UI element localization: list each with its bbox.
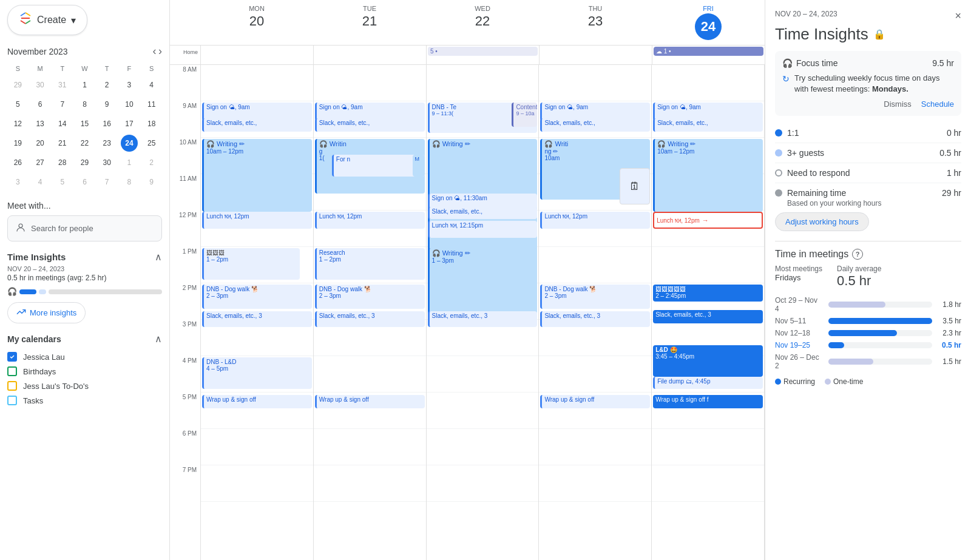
mini-day-27[interactable]: 27 — [32, 154, 49, 171]
more-insights-button[interactable]: More insights — [7, 302, 86, 323]
mini-day-25[interactable]: 25 — [143, 135, 160, 152]
event-wed-writing-1pm[interactable]: 🎧 Writing ✏ 1 – 3pm — [428, 248, 538, 321]
event-mon-dogwalk[interactable]: DNB - Dog walk 🐕 2 – 3pm — [202, 285, 312, 309]
meeting-hrs-respond: 1 hr — [947, 168, 961, 178]
mini-day-17[interactable]: 17 — [121, 115, 138, 132]
event-fri-ld[interactable]: L&D 🤩 3:45 – 4:45pm — [653, 345, 763, 377]
mini-day-2-dec[interactable]: 2 — [143, 154, 160, 171]
event-tue-research[interactable]: Research 1 – 2pm — [315, 248, 425, 280]
svg-line-4 — [21, 21, 25, 24]
event-tue-wrapup[interactable]: Wrap up & sign off — [315, 395, 425, 408]
mini-day-7-dec[interactable]: 7 — [98, 174, 115, 191]
mini-day-6-dec[interactable]: 6 — [76, 174, 93, 191]
event-thu-dogwalk[interactable]: DNB - Dog walk 🐕 2 – 3pm — [540, 285, 650, 309]
search-people-input[interactable]: Search for people — [7, 215, 162, 241]
mini-day-29[interactable]: 29 — [76, 154, 93, 171]
mini-day-3-dec[interactable]: 3 — [9, 174, 26, 191]
time-insights-toggle[interactable]: ∧ — [155, 251, 162, 263]
focus-title: 🎧 Focus time — [782, 58, 837, 68]
dismiss-button[interactable]: Dismiss — [884, 100, 912, 109]
mini-day-22[interactable]: 22 — [76, 135, 93, 152]
mini-day-4[interactable]: 4 — [143, 76, 160, 93]
event-fri-meeting-2pm[interactable]: 🖼🖼🖼🖼🖼 2 – 2:45pm — [653, 285, 763, 302]
bar-fill-nov12 — [828, 330, 897, 336]
event-fri-lunch[interactable]: Lunch 🍽, 12pm → — [653, 212, 763, 229]
info-icon[interactable]: ? — [852, 249, 863, 260]
mini-day-9[interactable]: 9 — [98, 96, 115, 113]
mini-day-19[interactable]: 19 — [9, 135, 26, 152]
mini-day-30[interactable]: 30 — [98, 154, 115, 171]
event-wed-slacketc[interactable]: Slack, emails, etc., — [428, 207, 538, 219]
mini-cal-prev[interactable]: ‹ — [152, 45, 156, 58]
event-fri-writing[interactable]: 🎧 Writing ✏ 10am – 12pm — [653, 139, 763, 212]
my-calendars-toggle[interactable]: ∧ — [155, 333, 162, 345]
mini-day-30-oct[interactable]: 30 — [32, 76, 49, 93]
mini-day-21[interactable]: 21 — [54, 135, 71, 152]
event-wed-slack-3[interactable]: Slack, emails, etc., 3 — [428, 311, 538, 327]
event-thu-slack-3[interactable]: Slack, emails, etc., 3 — [540, 311, 650, 327]
event-fri-filedump[interactable]: File dump 🗂, 4:45p — [653, 377, 763, 389]
mini-day-13[interactable]: 13 — [32, 115, 49, 132]
mini-day-4-dec[interactable]: 4 — [32, 174, 49, 191]
calendar-item-jessica[interactable]: Jessica Lau — [7, 349, 162, 364]
mini-day-10[interactable]: 10 — [121, 96, 138, 113]
event-mon-slack[interactable]: Slack, emails, etc., — [202, 118, 312, 132]
mini-day-3[interactable]: 3 — [121, 76, 138, 93]
mini-day-20[interactable]: 20 — [32, 135, 49, 152]
mini-day-11[interactable]: 11 — [143, 96, 160, 113]
event-mon-1pm[interactable]: 🖼🖼🖼 1 – 2pm — [202, 248, 300, 280]
calendar-item-birthdays[interactable]: Birthdays — [7, 364, 162, 379]
create-button[interactable]: Create ▾ — [7, 5, 87, 35]
schedule-button[interactable]: Schedule — [921, 100, 954, 109]
right-panel-title-text: Time Insights — [775, 25, 868, 44]
mini-day-8[interactable]: 8 — [76, 96, 93, 113]
mini-day-24-today[interactable]: 24 — [121, 135, 138, 152]
all-day-event-wed[interactable]: 5 • — [428, 47, 538, 56]
event-tue-slack[interactable]: Slack, emails, etc., — [315, 118, 425, 132]
mini-day-6[interactable]: 6 — [32, 96, 49, 113]
event-mon-ld[interactable]: DNB - L&D 4 – 5pm — [202, 357, 312, 389]
event-mon-slack-3[interactable]: Slack, emails, etc., 3 — [202, 311, 312, 327]
mini-day-1[interactable]: 1 — [76, 76, 93, 93]
mini-day-2[interactable]: 2 — [98, 76, 115, 93]
event-thu-image[interactable]: 🗓 — [620, 168, 650, 204]
event-mon-wrapup[interactable]: Wrap up & sign off — [202, 395, 312, 408]
event-wed-lunch[interactable]: Lunch 🍽, 12:15pm — [428, 221, 538, 238]
mini-day-7[interactable]: 7 — [54, 96, 71, 113]
mini-cal-next[interactable]: › — [158, 45, 162, 58]
event-tue-for-n[interactable]: For n — [332, 155, 425, 177]
mini-day-1-dec[interactable]: 1 — [121, 154, 138, 171]
mini-day-29-oct[interactable]: 29 — [9, 76, 26, 93]
mini-day-14[interactable]: 14 — [54, 115, 71, 132]
event-tue-slack-3[interactable]: Slack, emails, etc., 3 — [315, 311, 425, 327]
mini-day-5-dec[interactable]: 5 — [54, 174, 71, 191]
mini-day-28[interactable]: 28 — [54, 154, 71, 171]
event-mon-writing[interactable]: 🎧 Writing ✏ 10am – 12pm — [202, 139, 312, 212]
event-wed-content[interactable]: Content 9 – 10a — [512, 103, 537, 127]
event-tue-m[interactable]: M — [413, 155, 425, 177]
mini-day-23[interactable]: 23 — [98, 135, 115, 152]
mini-day-9-dec[interactable]: 9 — [143, 174, 160, 191]
mini-day-8-dec[interactable]: 8 — [121, 174, 138, 191]
mini-day-18[interactable]: 18 — [143, 115, 160, 132]
mini-day-26[interactable]: 26 — [9, 154, 26, 171]
adjust-working-hours-button[interactable]: Adjust working hours — [775, 212, 869, 231]
event-fri-slack-solid[interactable]: Slack, emails, etc., 3 — [653, 310, 763, 323]
event-thu-lunch[interactable]: Lunch 🍽, 12pm — [540, 212, 650, 229]
event-tue-lunch[interactable]: Lunch 🍽, 12pm — [315, 212, 425, 229]
all-day-event-fri[interactable]: ☁ 1 • — [654, 47, 763, 56]
event-fri-wrapup[interactable]: Wrap up & sign off f — [653, 395, 763, 408]
mini-day-16[interactable]: 16 — [98, 115, 115, 132]
event-thu-wrapup[interactable]: Wrap up & sign off — [540, 395, 650, 408]
right-panel-close-button[interactable]: × — [955, 10, 961, 22]
event-thu-slack[interactable]: Slack, emails, etc., — [540, 118, 650, 132]
mini-day-12[interactable]: 12 — [9, 115, 26, 132]
event-fri-slack[interactable]: Slack, emails, etc., — [653, 118, 763, 132]
calendar-item-tasks[interactable]: Tasks — [7, 393, 162, 408]
calendar-item-todos[interactable]: Jess Lau's To-Do's — [7, 379, 162, 393]
mini-day-15[interactable]: 15 — [76, 115, 93, 132]
mini-day-5[interactable]: 5 — [9, 96, 26, 113]
event-tue-dogwalk[interactable]: DNB - Dog walk 🐕 2 – 3pm — [315, 285, 425, 309]
mini-day-31-oct[interactable]: 31 — [54, 76, 71, 93]
event-mon-lunch[interactable]: Lunch 🍽, 12pm — [202, 212, 312, 229]
